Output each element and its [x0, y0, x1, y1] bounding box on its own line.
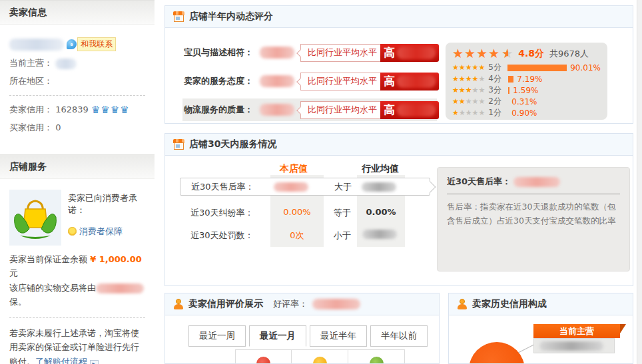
service-panel-header: 店铺30天内服务情况 [165, 134, 633, 156]
shop-value: 0.00% [270, 207, 324, 217]
divider [447, 194, 620, 194]
score-pct: 0.90% [511, 108, 537, 118]
score-label: 2分 [488, 96, 505, 107]
tab-last-half-year[interactable]: 最近半年 [310, 325, 367, 347]
deposit-line2-prefix: 该店铺的实物交易将由 [9, 283, 96, 293]
redacted-percent [397, 47, 436, 59]
redacted-positive-rate [312, 299, 360, 309]
buyer-credit-row: 买家信用： 0 [9, 122, 145, 134]
half-star-icon: ★★ [501, 47, 514, 60]
higher-word: 高 [384, 45, 395, 61]
seller-credit-row: 卖家信用： 162839 ♛♛♛♛ [9, 104, 145, 116]
history-panel: 卖家历史信用构成 当前主营 [448, 293, 633, 364]
aftersale-rate-row: 近30天售后率： 大于 [180, 178, 430, 196]
seller-info-section: ๑和我联系 当前主营： 所在地区： 卖家信用： 162839 ♛♛♛♛ 买家信用… [0, 25, 155, 146]
stars-on: ★★★★★ [452, 63, 485, 72]
redacted-percent [397, 104, 436, 116]
person-icon [457, 299, 468, 309]
compare-callout: 比同行业平均水平 高 [300, 101, 434, 119]
compare-text: 比同行业平均水平 [301, 75, 380, 87]
breakdown-row-3: ★★★★★ 3分 1.59% [452, 85, 601, 96]
positive-rate-label: 好评率： [273, 298, 308, 310]
review-panel-title: 卖家信用评价展示 [188, 298, 263, 310]
row-label: 近30天售后率： [191, 181, 254, 193]
deposit-unit: 元 [9, 268, 18, 278]
info-title: 近30天售后率： [447, 176, 511, 186]
deposit-prefix: 卖家当前保证金余额 [9, 254, 87, 264]
positive-face-icon [256, 357, 270, 364]
redacted-seller-name [9, 39, 64, 51]
rating-summary-box: ★★★★★★ 4.8分 共9678人 ★★★★★ 5分 90.01% ★★★★★… [446, 43, 607, 120]
redacted-industry-value [362, 182, 396, 192]
ribbon-fold-icon [620, 324, 626, 333]
wangwang-chat-icon[interactable]: ๑ [67, 39, 77, 49]
shop-value: 0次 [270, 230, 324, 242]
redacted-business-name [539, 341, 603, 351]
row-arrow-icon [425, 182, 436, 193]
redacted-percent [397, 75, 436, 88]
score-bar [507, 65, 567, 71]
dsr-panel: 店铺半年内动态评分 宝贝与描述相符： 比同行业平均水平 高 卖家的服务态度： 比… [164, 5, 633, 124]
compare-text: 比同行业平均水平 [301, 104, 380, 116]
review-table [235, 349, 405, 364]
review-panel-header: 卖家信用评价展示 好评率： [165, 293, 439, 315]
score-label: 1分 [488, 107, 505, 118]
breakdown-row-2: ★★★★★ 2分 0.31% [452, 96, 601, 107]
redacted-guarantor [96, 283, 144, 293]
higher-badge: 高 [380, 101, 439, 119]
redacted-main-business [55, 59, 77, 69]
promise-label: 卖家已向消费者承诺： [68, 192, 145, 216]
crown-icons: ♛♛♛♛ [91, 104, 130, 116]
tab-before-half-year[interactable]: 半年以前 [370, 325, 428, 347]
score-bar [508, 76, 513, 83]
dsr-panel-title: 店铺半年内动态评分 [189, 11, 273, 23]
redacted-info-value [513, 177, 560, 187]
score-pct: 1.59% [513, 86, 538, 95]
info-description: 售后率：指卖家在近30天退款成功的笔数（包含售后成立）占近30天支付宝成交笔数的… [447, 200, 620, 228]
play-icon[interactable]: ▶ [90, 360, 99, 364]
review-panel: 卖家信用评价展示 好评率： 最近一周 最近一月 最近半年 半年以前 [164, 293, 440, 364]
service-panel-title: 店铺30天内服务情况 [189, 138, 276, 150]
aftersale-info-box: 近30天售后率： 售后率：指卖家在近30天退款成功的笔数（包含售后成立）占近30… [437, 167, 630, 272]
scrollbar[interactable] [637, 0, 642, 364]
rating-count: 共9678人 [549, 48, 589, 60]
dsr-panel-header: 店铺半年内动态评分 [165, 6, 633, 28]
positive-review-cell [235, 349, 292, 364]
breakdown-row-5: ★★★★★ 5分 90.01% [452, 62, 601, 73]
seller-name-row: ๑和我联系 [9, 37, 145, 51]
buyer-credit-label: 买家信用： [9, 122, 53, 132]
compensation-note: 若卖家未履行上述承诺，淘宝将使用卖家的保证金或订单险进行先行赔付。了解赔付流程 … [9, 326, 145, 364]
seller-info-section-title: 卖家信息 [0, 0, 155, 25]
seller-credit-page: 卖家信息 ๑和我联系 当前主营： 所在地区： 卖家信用： 162839 ♛♛♛♛… [0, 0, 642, 364]
shop-value-column-header: 本店值 [280, 163, 308, 175]
compensation-link[interactable]: 了解赔付流程 [35, 357, 87, 364]
storefront-icon [173, 11, 184, 22]
shop-service-section: 卖家已向消费者承诺： 消费者保障 卖家当前保证金余额 ¥ 1,000.00 元 … [0, 179, 155, 364]
score-bar [508, 87, 509, 94]
neutral-face-icon [313, 357, 327, 364]
star-icons: ★★★★ [452, 47, 500, 60]
overall-score: 4.8分 [518, 48, 544, 60]
divider [9, 317, 145, 318]
score-pct: 0.31% [511, 97, 537, 106]
tab-last-week[interactable]: 最近一周 [188, 325, 246, 347]
consumer-protection-icon [68, 227, 77, 236]
redacted-score [260, 75, 294, 87]
tab-last-month[interactable]: 最近一月 [249, 325, 306, 347]
score-label: 3分 [488, 85, 505, 96]
score-label: 4分 [488, 73, 505, 85]
stars-on: ★★★★ [452, 75, 478, 83]
industry-value: 0.00% [357, 207, 405, 217]
industry-value-column-header: 行业均值 [362, 163, 399, 175]
contact-me-button[interactable]: 和我联系 [77, 37, 116, 51]
higher-word: 高 [384, 102, 395, 118]
negative-face-icon [370, 357, 384, 364]
overall-rating: ★★★★★★ 4.8分 共9678人 [452, 47, 601, 60]
redacted-industry-value [362, 230, 397, 239]
compare-callout: 比同行业平均水平 高 [300, 44, 434, 62]
stars-on: ★★ [452, 97, 466, 106]
consumer-protection-link[interactable]: 消费者保障 [79, 226, 123, 236]
stars-off: ★ [478, 75, 485, 83]
buyer-credit-value: 0 [55, 122, 61, 132]
redacted-shop-value [274, 182, 308, 192]
